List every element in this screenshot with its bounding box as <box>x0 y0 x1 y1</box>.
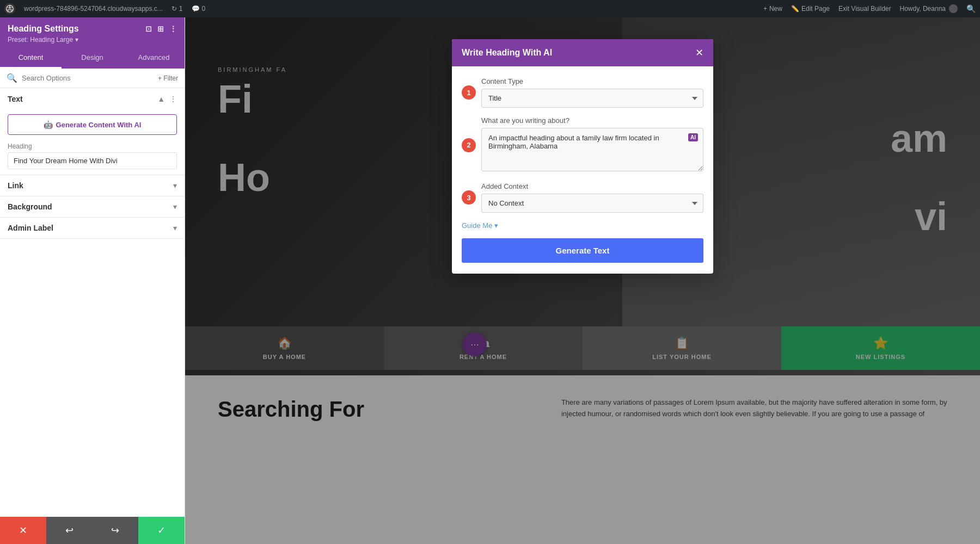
link-section-title: Link <box>8 181 23 190</box>
expand-icon[interactable]: ▾ <box>173 224 177 232</box>
collapse-icon[interactable]: ▲ <box>157 95 165 103</box>
expand-icon[interactable]: ▾ <box>173 202 177 211</box>
added-context-label: Added Context <box>481 182 703 190</box>
undo-button[interactable]: ↩ <box>46 517 93 544</box>
wp-bar-actions: + New ✏️ Edit Page Exit Visual Builder H… <box>763 4 976 13</box>
exit-builder-button[interactable]: Exit Visual Builder <box>838 5 891 13</box>
undo-icon: ↩ <box>65 524 74 536</box>
modal-header: Write Heading With AI ✕ <box>452 39 713 66</box>
panel-preset[interactable]: Preset: Heading Large ▾ <box>8 36 177 44</box>
step2-badge: 2 <box>462 138 476 152</box>
search-icon[interactable]: 🔍 <box>966 4 976 13</box>
tab-content[interactable]: Content <box>0 48 62 69</box>
save-icon: ✓ <box>157 524 166 536</box>
writing-about-group: 2 What are you writing about? An impactf… <box>481 116 703 174</box>
panel-tabs: Content Design Advanced <box>0 48 185 69</box>
tab-advanced[interactable]: Advanced <box>123 48 185 69</box>
redo-button[interactable]: ↪ <box>93 517 139 544</box>
guide-me[interactable]: Guide Me ▾ <box>462 221 703 230</box>
admin-label-section-title: Admin Label <box>8 224 53 232</box>
comments-count[interactable]: 💬 0 <box>192 5 206 13</box>
wp-user-info: Howdy, Deanna <box>900 4 958 13</box>
panel-search: 🔍 + Filter <box>0 69 185 88</box>
admin-label-section: Admin Label ▾ <box>0 218 185 239</box>
search-icon: 🔍 <box>7 73 17 83</box>
left-panel: Heading Settings ⊡ ⊞ ⋮ Preset: Heading L… <box>0 17 185 544</box>
textarea-wrapper: An impactful heading about a family law … <box>481 128 703 174</box>
bottom-toolbar: ✕ ↩ ↪ ✓ <box>0 517 185 544</box>
ai-modal: Write Heading With AI ✕ 1 Content Type T… <box>452 39 713 274</box>
panel-title: Heading Settings ⊡ ⊞ ⋮ <box>8 24 177 34</box>
save-button[interactable]: ✓ <box>138 517 185 544</box>
panel-title-icons: ⊡ ⊞ ⋮ <box>145 24 177 33</box>
cancel-button[interactable]: ✕ <box>0 517 46 544</box>
redo-icon: ↪ <box>111 524 119 536</box>
generate-text-button[interactable]: Generate Text <box>462 238 703 263</box>
background-section: Background ▾ <box>0 196 185 218</box>
writing-about-label: What are you writing about? <box>481 116 703 125</box>
step3-badge: 3 <box>462 190 476 205</box>
background-section-title: Background <box>8 202 52 211</box>
content-type-select[interactable]: Title Subtitle Paragraph <box>481 89 703 108</box>
modal-title: Write Heading With AI <box>462 48 552 58</box>
tab-design[interactable]: Design <box>62 48 123 69</box>
expand-icon[interactable]: ▾ <box>173 181 177 190</box>
chevron-down-icon: ▾ <box>494 221 498 230</box>
canvas-area: BIRMINGHAM FA Fi am Ho vi 🏠 BUY A HOME 🏘… <box>185 17 980 544</box>
link-section: Link ▾ <box>0 175 185 196</box>
link-section-header[interactable]: Link ▾ <box>0 175 185 196</box>
search-input[interactable] <box>22 74 154 82</box>
main-layout: Heading Settings ⊡ ⊞ ⋮ Preset: Heading L… <box>0 17 980 544</box>
edit-page-button[interactable]: ✏️ Edit Page <box>791 5 830 13</box>
new-button[interactable]: + New <box>763 5 782 13</box>
panel-header: Heading Settings ⊡ ⊞ ⋮ Preset: Heading L… <box>0 17 185 48</box>
heading-label: Heading <box>0 140 185 152</box>
ai-icon: 🤖 <box>44 120 53 129</box>
content-type-label: Content Type <box>481 77 703 85</box>
text-section-header[interactable]: Text ▲ ⋮ <box>0 88 185 110</box>
more-icon[interactable]: ⋮ <box>169 24 177 33</box>
added-context-group: 3 Added Context No Context Page Context … <box>481 182 703 213</box>
text-section-title: Text <box>8 95 23 103</box>
admin-label-section-header[interactable]: Admin Label ▾ <box>0 218 185 238</box>
filter-button[interactable]: + Filter <box>158 75 178 82</box>
user-avatar <box>949 4 958 13</box>
background-section-header[interactable]: Background ▾ <box>0 196 185 217</box>
cancel-icon: ✕ <box>19 524 27 536</box>
text-section: Text ▲ ⋮ 🤖 Generate Content With AI Head… <box>0 88 185 175</box>
ai-badge: AI <box>688 133 698 141</box>
maximize-icon[interactable]: ⊡ <box>145 24 152 33</box>
site-url: wordpress-784896-5247064.cloudwaysapps.c… <box>24 5 163 13</box>
more-options-icon[interactable]: ⋮ <box>169 95 177 103</box>
panel-title-text: Heading Settings <box>8 24 79 34</box>
step1-badge: 1 <box>462 85 476 100</box>
refresh-count[interactable]: ↻ 1 <box>171 5 183 13</box>
modal-overlay: Write Heading With AI ✕ 1 Content Type T… <box>185 17 980 544</box>
writing-about-textarea[interactable]: An impactful heading about a family law … <box>481 128 703 171</box>
modal-close-button[interactable]: ✕ <box>695 47 703 59</box>
modal-body: 1 Content Type Title Subtitle Paragraph … <box>452 66 713 274</box>
added-context-select[interactable]: No Context Page Context Post Context <box>481 194 703 213</box>
guide-me-label: Guide Me <box>462 221 492 230</box>
grid-icon[interactable]: ⊞ <box>157 24 164 33</box>
section-icons: ▲ ⋮ <box>157 95 177 103</box>
generate-ai-button[interactable]: 🤖 Generate Content With AI <box>8 114 177 135</box>
wp-admin-bar: wordpress-784896-5247064.cloudwaysapps.c… <box>0 0 980 17</box>
content-type-group: 1 Content Type Title Subtitle Paragraph <box>481 77 703 108</box>
wp-logo-icon[interactable] <box>4 3 15 14</box>
heading-input[interactable] <box>8 152 177 169</box>
